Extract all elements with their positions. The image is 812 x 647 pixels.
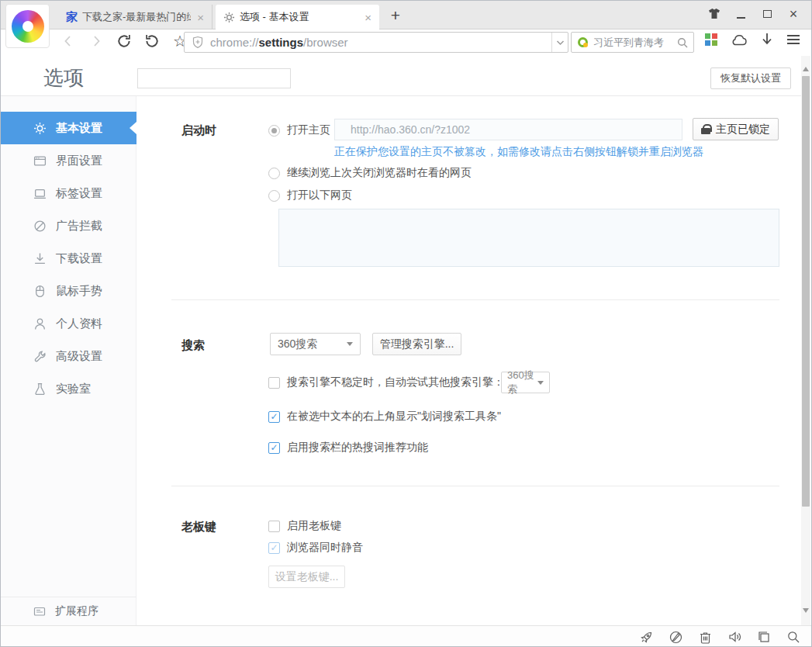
homepage-protect-notice: 正在保护您设置的主页不被篡改，如需修改请点击右侧按钮解锁并重启浏览器 xyxy=(334,145,703,159)
startup-pages-textarea[interactable] xyxy=(278,209,779,267)
checkbox-selection-toolbar[interactable]: ✓ 在被选中文本的右上角显示"划词搜索工具条" xyxy=(268,408,501,425)
mouse-icon xyxy=(33,285,47,298)
homepage-url-input[interactable] xyxy=(334,119,682,140)
chevron-down-icon xyxy=(537,381,544,388)
radio-open-homepage[interactable]: 打开主页 xyxy=(268,122,330,139)
undo-icon[interactable] xyxy=(143,33,161,50)
search-magnifier-icon[interactable] xyxy=(677,37,688,48)
checkbox-icon[interactable]: ✓ xyxy=(268,411,280,423)
fallback-engine-select[interactable]: 360搜索 xyxy=(501,372,550,393)
menu-icon[interactable] xyxy=(786,34,800,45)
speaker-icon[interactable] xyxy=(727,630,741,644)
sidebar-item-profile[interactable]: 个人资料 xyxy=(1,307,136,340)
sidebar-item-adblock[interactable]: 广告拦截 xyxy=(1,209,136,242)
new-tab-button[interactable]: + xyxy=(386,7,405,26)
url-dropdown-icon[interactable] xyxy=(551,33,568,52)
manage-search-engines-button[interactable]: 管理搜索引擎... xyxy=(372,333,461,355)
sidebar-item-label: 鼠标手势 xyxy=(56,284,102,299)
chevron-down-icon xyxy=(347,342,353,349)
download-icon[interactable] xyxy=(761,33,773,47)
checkbox-enable-bosskey[interactable]: 启用老板键 xyxy=(268,517,341,535)
scroll-down-icon[interactable] xyxy=(803,608,809,616)
minimize-button[interactable] xyxy=(734,7,748,21)
person-icon xyxy=(33,317,47,330)
page-title: 选项 xyxy=(43,64,84,92)
sidebar-item-tabs[interactable]: 标签设置 xyxy=(1,177,136,209)
maximize-button[interactable] xyxy=(760,7,774,21)
sidebar-item-download[interactable]: 下载设置 xyxy=(1,242,136,275)
sidebar-item-label: 标签设置 xyxy=(56,186,102,201)
sidebar-item-advanced[interactable]: 高级设置 xyxy=(1,340,136,372)
sidebar-item-mouse[interactable]: 鼠标手势 xyxy=(1,275,136,307)
sidebar-item-label: 广告拦截 xyxy=(56,219,102,234)
sidebar-item-label: 下载设置 xyxy=(56,251,102,266)
back-icon[interactable] xyxy=(60,33,77,50)
radio-open-pages[interactable]: 打开以下网页 xyxy=(268,187,352,204)
window-icon xyxy=(33,154,47,168)
settings-search-input[interactable] xyxy=(137,68,291,88)
checkbox-icon[interactable] xyxy=(268,377,280,389)
checkbox-icon[interactable]: ✓ xyxy=(268,442,280,454)
search-engine-select[interactable]: 360搜索 xyxy=(270,333,361,355)
checkbox-mute-browser[interactable]: ✓ 浏览器同时静音 xyxy=(268,539,363,556)
sidebar-item-interface[interactable]: 界面设置 xyxy=(1,144,136,177)
radio-icon[interactable] xyxy=(268,125,280,137)
navigation-toolbar: ☆ chrome://settings/browser 习近平到青海考 xyxy=(1,29,811,56)
site-shield-icon[interactable] xyxy=(192,36,204,49)
apps-grid-icon[interactable] xyxy=(705,33,717,46)
tab-settings[interactable]: 选项 - 基本设置 × xyxy=(216,5,379,29)
radio-icon[interactable] xyxy=(268,168,280,179)
scrollbar-thumb[interactable] xyxy=(802,76,810,507)
windows-icon[interactable] xyxy=(757,630,771,644)
checkbox-icon[interactable] xyxy=(268,521,280,532)
sidebar-item-basic[interactable]: 基本设置 xyxy=(1,112,136,144)
sidebar-item-extensions[interactable]: 扩展程序 xyxy=(1,597,136,625)
tab-close-icon[interactable]: × xyxy=(195,11,206,24)
tab-window-icon xyxy=(33,187,47,200)
bosskey-section-label: 老板键 xyxy=(181,520,216,535)
radio-continue-session[interactable]: 继续浏览上次关闭浏览器时在看的网页 xyxy=(268,164,472,182)
browser-logo[interactable] xyxy=(5,4,50,48)
search-section-label: 搜索 xyxy=(181,338,205,353)
block-icon xyxy=(33,220,47,233)
reader-pen-icon[interactable] xyxy=(669,630,682,644)
set-bosskey-button[interactable]: 设置老板键... xyxy=(268,566,345,588)
download-arrow-icon xyxy=(33,252,47,265)
theme-shirt-icon[interactable] xyxy=(707,7,721,21)
radio-icon[interactable] xyxy=(268,190,280,202)
zoom-icon[interactable] xyxy=(786,630,800,644)
forward-icon[interactable] xyxy=(88,33,105,50)
url-text[interactable]: chrome://settings/browser xyxy=(210,36,348,49)
sidebar-item-labs[interactable]: 实验室 xyxy=(1,372,136,405)
checkbox-hotword-suggest[interactable]: ✓ 启用搜索栏的热搜词推荐功能 xyxy=(268,439,428,456)
homepage-locked-button[interactable]: 主页已锁定 xyxy=(693,118,779,140)
sidebar-item-label: 个人资料 xyxy=(56,317,102,331)
restore-defaults-button[interactable]: 恢复默认设置 xyxy=(710,67,791,89)
sidebar-item-label: 界面设置 xyxy=(56,154,102,168)
home-cn-icon: 家 xyxy=(66,10,78,25)
scroll-up-icon[interactable] xyxy=(803,64,809,71)
pinwheel-logo-icon xyxy=(12,10,44,43)
tab-close-icon[interactable]: × xyxy=(363,11,373,24)
tab-label: 下载之家-最新最热门的绿色软件 xyxy=(82,10,191,24)
sidebar-item-label: 高级设置 xyxy=(56,349,102,364)
lock-icon xyxy=(701,124,710,134)
settings-sidebar: 基本设置 界面设置 标签设置 广告拦截 xyxy=(1,96,136,625)
scrollbar[interactable] xyxy=(801,56,810,625)
checkbox-fallback-engine[interactable]: 搜索引擎不稳定时，自动尝试其他搜索引擎： xyxy=(268,372,504,393)
checkbox-icon[interactable]: ✓ xyxy=(268,542,280,554)
tab-downza[interactable]: 家 下载之家-最新最热门的绿色软件 × xyxy=(58,5,213,29)
so-360-logo-icon xyxy=(578,37,588,47)
trash-icon[interactable] xyxy=(698,630,712,644)
refresh-icon[interactable] xyxy=(116,33,133,50)
search-input[interactable]: 习近平到青海考 xyxy=(593,36,672,50)
tab-strip: 家 下载之家-最新最热门的绿色软件 × 选项 - 基本设置 × + × xyxy=(1,1,811,29)
gear-icon xyxy=(33,122,47,135)
rocket-icon[interactable] xyxy=(639,630,653,644)
search-box[interactable]: 习近平到青海考 xyxy=(571,32,694,53)
close-button[interactable]: × xyxy=(786,7,800,21)
address-bar[interactable]: chrome://settings/browser xyxy=(184,32,568,53)
sidebar-item-label: 扩展程序 xyxy=(55,604,98,618)
cloud-sync-icon[interactable] xyxy=(731,33,748,46)
startup-section-label: 启动时 xyxy=(181,123,216,138)
